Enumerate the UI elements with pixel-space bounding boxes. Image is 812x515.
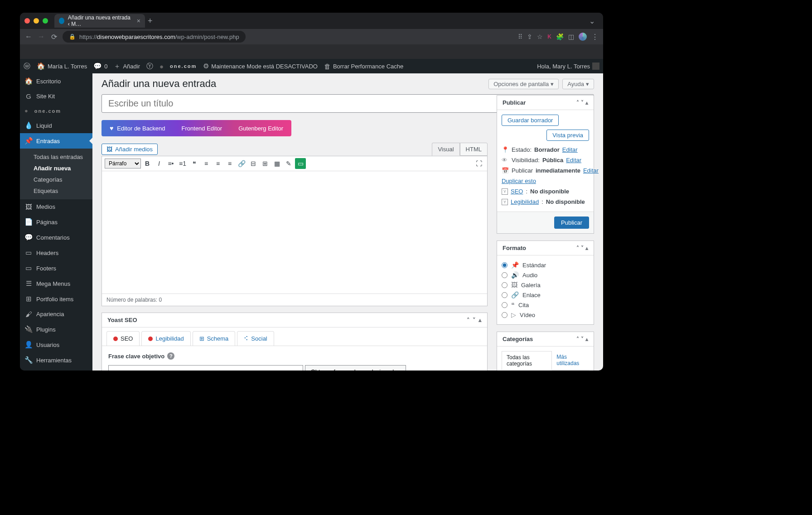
format-radio[interactable] <box>502 302 508 308</box>
format-radio[interactable] <box>502 272 508 278</box>
close-tab-icon[interactable]: × <box>137 17 140 24</box>
back-button[interactable]: ← <box>24 33 33 41</box>
caret-up-icon[interactable]: ▴ <box>585 336 588 342</box>
focus-keyphrase-input[interactable] <box>108 365 303 371</box>
sidebar-item-mega-menus[interactable]: ☰Mega Menus <box>20 276 92 291</box>
sidebar-item-escritorio[interactable]: 🏠Escritorio <box>20 73 92 89</box>
format-option-enlace[interactable]: 🔗Enlace <box>502 290 589 300</box>
minimize-window-icon[interactable] <box>34 18 39 24</box>
align-left-button[interactable]: ≡ <box>201 158 212 169</box>
format-option-estándar[interactable]: 📌Estándar <box>502 260 589 270</box>
highlight-icon[interactable]: ✎ <box>283 158 294 169</box>
align-center-button[interactable]: ≡ <box>213 158 223 169</box>
caret-up-icon[interactable]: ▴ <box>585 100 588 106</box>
sidebar-item-herramientas[interactable]: 🔧Herramientas <box>20 352 92 368</box>
tab-search-icon[interactable]: ⌄ <box>589 17 595 25</box>
format-option-cita[interactable]: ❝Cita <box>502 300 589 310</box>
chevron-down-icon[interactable]: ˅ <box>581 336 584 342</box>
sidebar-item-headers[interactable]: ▭Headers <box>20 245 92 260</box>
new-tab-button[interactable]: + <box>148 16 153 26</box>
format-select[interactable]: Párrafo <box>105 159 141 168</box>
maximize-window-icon[interactable] <box>43 18 48 24</box>
sidebar-item-portfolio-items[interactable]: ⊞Portfolio items <box>20 291 92 307</box>
number-list-button[interactable]: ≡1 <box>177 158 188 169</box>
tab-legibilidad[interactable]: Legibilidad <box>141 331 190 346</box>
tab-seo[interactable]: SEO <box>106 331 140 346</box>
wp-logo[interactable]: ⓦ <box>24 62 30 71</box>
onecom-bar[interactable]: one.com <box>170 63 197 69</box>
chrome-menu-icon[interactable]: ⋮ <box>591 33 599 41</box>
sidebar-subitem-todas-las-entradas[interactable]: Todas las entradas <box>20 151 92 163</box>
site-link[interactable]: 🏠María L. Torres <box>37 62 87 70</box>
sidebar-item-liquid[interactable]: 💧Liquid <box>20 118 92 133</box>
sidepanel-icon[interactable]: ◫ <box>568 33 574 40</box>
sidebar-item-wpbakery-page-builder[interactable]: ⊞WPBakery Page Builder <box>20 368 92 371</box>
liquid-bar-icon[interactable]: ● <box>160 63 164 70</box>
fullscreen-button[interactable]: ⛶ <box>474 158 484 169</box>
format-radio[interactable] <box>502 262 508 268</box>
sidebar-item-páginas[interactable]: 📄Páginas <box>20 214 92 230</box>
insert-block-button[interactable]: ▭ <box>295 158 306 169</box>
table-button[interactable]: ▦ <box>271 158 282 169</box>
screen-options-button[interactable]: Opciones de pantalla ▾ <box>488 79 559 89</box>
add-media-button[interactable]: 🖼Añadir medios <box>102 144 158 155</box>
save-draft-button[interactable]: Guardar borrador <box>502 115 559 126</box>
preview-button[interactable]: Vista previa <box>546 130 589 141</box>
seo-score-link[interactable]: SEO <box>511 188 523 195</box>
frontend-editor-button[interactable]: Frontend Editor <box>174 120 231 136</box>
format-radio[interactable] <box>502 292 508 298</box>
translate-icon[interactable]: ⠿ <box>518 33 522 40</box>
link-button[interactable]: 🔗 <box>236 158 247 169</box>
duplicate-link[interactable]: Duplicar esto <box>502 178 536 184</box>
backend-editor-button[interactable]: ♥Editor de Backend <box>102 120 174 136</box>
share-icon[interactable]: ⇪ <box>527 33 532 40</box>
sidebar-subitem-categorías[interactable]: Categorías <box>20 174 92 185</box>
chevron-up-icon[interactable]: ˄ <box>467 317 470 323</box>
profile-avatar-icon[interactable] <box>579 33 587 41</box>
profile-badge[interactable]: K <box>547 34 551 40</box>
chevron-down-icon[interactable]: ˅ <box>581 245 584 251</box>
comments-link[interactable]: 💬0 <box>93 62 107 70</box>
readability-score-link[interactable]: Legibilidad <box>511 198 539 205</box>
bold-button[interactable]: B <box>142 158 153 169</box>
html-tab[interactable]: HTML <box>460 143 488 156</box>
sidebar-item-site-kit[interactable]: GSite Kit <box>20 89 92 104</box>
more-button[interactable]: ⊟ <box>248 158 259 169</box>
format-option-galería[interactable]: 🖼Galería <box>502 280 589 290</box>
sidebar-item-usuarios[interactable]: 👤Usuarios <box>20 337 92 352</box>
sidebar-item-entradas[interactable]: 📌Entradas <box>20 133 92 149</box>
caret-up-icon[interactable]: ▴ <box>585 245 588 251</box>
edit-status-link[interactable]: Editar <box>562 146 578 153</box>
chevron-up-icon[interactable]: ˄ <box>576 100 579 106</box>
format-option-audio[interactable]: 🔊Audio <box>502 270 589 280</box>
caret-up-icon[interactable]: ▴ <box>478 317 482 323</box>
sidebar-item-footers[interactable]: ▭Footers <box>20 260 92 276</box>
new-content-link[interactable]: ＋Añadir <box>114 62 140 71</box>
blockquote-button[interactable]: ❝ <box>189 158 200 169</box>
format-radio[interactable] <box>502 312 508 318</box>
sidebar-item-medios[interactable]: 🖼Medios <box>20 199 92 214</box>
sidebar-item-one.com[interactable]: ●one.com <box>20 104 92 118</box>
chevron-down-icon[interactable]: ˅ <box>581 100 584 106</box>
format-radio[interactable] <box>502 282 508 288</box>
tab-social[interactable]: ⠪Social <box>237 331 274 346</box>
toolbar-toggle-button[interactable]: ⊞ <box>260 158 271 169</box>
help-icon[interactable]: ? <box>167 352 174 360</box>
visual-tab[interactable]: Visual <box>432 143 459 156</box>
sidebar-subitem-etiquetas[interactable]: Etiquetas <box>20 185 92 197</box>
yoast-bar-icon[interactable]: Ⓨ <box>146 62 153 71</box>
related-keyphrases-button[interactable]: Obtener frases clave relacionadas <box>305 365 406 371</box>
tab-schema[interactable]: ⊞Schema <box>193 331 236 346</box>
italic-button[interactable]: I <box>154 158 164 169</box>
align-right-button[interactable]: ≡ <box>224 158 235 169</box>
extensions-icon[interactable]: 🧩 <box>556 33 564 40</box>
reload-button[interactable]: ⟳ <box>50 33 58 41</box>
sidebar-item-comentarios[interactable]: 💬Comentarios <box>20 230 92 245</box>
help-button[interactable]: Ayuda ▾ <box>562 79 594 89</box>
forward-button[interactable]: → <box>37 33 45 41</box>
tab-all-categories[interactable]: Todas las categorías <box>502 351 552 370</box>
purge-cache[interactable]: 🗑Borrar Performance Cache <box>324 63 403 70</box>
bullet-list-button[interactable]: ≡• <box>165 158 176 169</box>
chevron-down-icon[interactable]: ˅ <box>473 317 476 323</box>
user-greeting[interactable]: Hola, Mary L. Torres <box>537 63 599 70</box>
